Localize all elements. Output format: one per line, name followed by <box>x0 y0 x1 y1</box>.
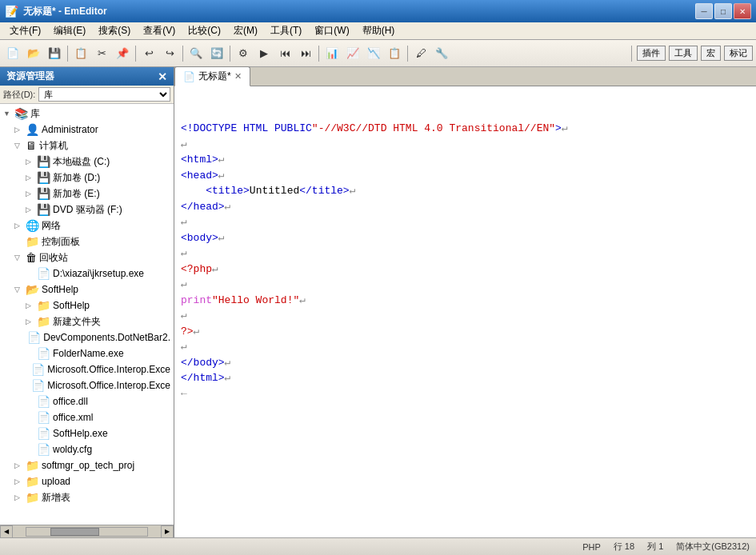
tree-item-label: 控制面板 <box>42 234 80 249</box>
active-tab[interactable]: 📄 无标题* ✕ <box>174 66 250 86</box>
tree-item[interactable]: 📄woldy.cfg <box>0 441 174 457</box>
undo-button[interactable]: ↩ <box>139 44 158 63</box>
path-select[interactable]: 库 <box>38 87 170 102</box>
tool8-button[interactable]: 📋 <box>385 44 404 63</box>
tree-item[interactable]: ▼📚库 <box>0 106 174 122</box>
toolbar-right: 插件 工具 宏 标记 <box>630 46 753 62</box>
editor-area: 📄 无标题* ✕ <!DOCTYPE HTML PUBLIC "-//W3C//… <box>174 67 756 537</box>
tree-item[interactable]: 📄DevComponents.DotNetBar2. <box>0 329 174 345</box>
app-icon: 📝 <box>5 5 18 18</box>
code-line: ← <box>181 386 750 402</box>
menu-macro[interactable]: 宏(M) <box>227 22 264 39</box>
tree-item[interactable]: 📄D:\xiazai\jkrsetup.exe <box>0 266 174 281</box>
separator-2 <box>135 46 136 62</box>
tools-label[interactable]: 工具 <box>669 46 698 61</box>
tree-item[interactable]: ▽📂SoftHelp <box>0 281 174 297</box>
tree-item[interactable]: 📄SoftHelp.exe <box>0 425 174 441</box>
tool7-button[interactable]: 📉 <box>364 44 383 63</box>
find-button[interactable]: 🔍 <box>186 44 206 63</box>
tree-item[interactable]: ▷🌐网络 <box>0 218 174 234</box>
paste-button[interactable]: 📌 <box>113 44 132 63</box>
tree-item-label: 本地磁盘 (C:) <box>53 154 110 169</box>
tree-toggle-icon: ▷ <box>14 490 26 505</box>
tool3-button[interactable]: ⏮ <box>275 44 294 63</box>
sidebar-close-button[interactable]: ✕ <box>158 70 167 83</box>
tree-item-label: 新加卷 (D:) <box>53 170 100 185</box>
tree-item-icon: 🖥 <box>26 138 37 153</box>
tree-item-label: SoftHelp.exe <box>53 426 108 441</box>
tree-item[interactable]: ▷📁softmgr_op_tech_proj <box>0 457 174 473</box>
tree-item[interactable]: 📄Microsoft.Office.Interop.Exce <box>0 361 174 377</box>
menu-file[interactable]: 文件(F) <box>3 22 47 39</box>
new-button[interactable]: 📄 <box>3 44 22 63</box>
tree-item[interactable]: ▽🖥计算机 <box>0 138 174 154</box>
open-button[interactable]: 📂 <box>24 44 43 63</box>
code-line: <?php↵ <box>181 262 750 278</box>
redo-button[interactable]: ↪ <box>160 44 179 63</box>
tree-item-icon: 📄 <box>31 362 45 377</box>
tree-item[interactable]: 📄office.dll <box>0 393 174 409</box>
tree-item[interactable]: ▷💾本地磁盘 (C:) <box>0 154 174 170</box>
save-button[interactable]: 💾 <box>45 44 64 63</box>
tree-item[interactable]: ▷💾新加卷 (D:) <box>0 170 174 186</box>
mark-label[interactable]: 标记 <box>724 46 753 61</box>
tree-item[interactable]: 📁控制面板 <box>0 234 174 250</box>
tool4-button[interactable]: ⏭ <box>296 44 315 63</box>
scroll-left-button[interactable]: ◀ <box>0 525 13 538</box>
code-line: </html>↵ <box>181 370 750 386</box>
tree-toggle-icon: ▷ <box>26 202 37 217</box>
cut-button[interactable]: ✂ <box>92 44 111 63</box>
tree-item[interactable]: ▷📁新建文件夹 <box>0 313 174 329</box>
code-line: <html>↵ <box>181 152 750 168</box>
tree-item[interactable]: 📄FolderName.exe <box>0 345 174 361</box>
menu-view[interactable]: 查看(V) <box>137 22 182 39</box>
close-button[interactable]: ✕ <box>734 3 751 19</box>
tree-item-icon: 📁 <box>26 474 39 489</box>
tool9-button[interactable]: 🖊 <box>411 44 430 63</box>
tree-item[interactable]: ▷👤Administrator <box>0 122 174 138</box>
menu-tools[interactable]: 工具(T) <box>264 22 308 39</box>
scroll-thumb[interactable] <box>50 528 98 536</box>
tree-item[interactable]: ▽🗑回收站 <box>0 250 174 266</box>
tree-item-icon: 💾 <box>37 154 50 169</box>
tree-item-label: 新增表 <box>42 490 70 505</box>
plugin-label[interactable]: 插件 <box>637 46 666 61</box>
tree-item[interactable]: ▷📁SoftHelp <box>0 297 174 313</box>
tree-item[interactable]: 📄office.xml <box>0 409 174 425</box>
tree-item[interactable]: ▷📁新增表 <box>0 489 174 505</box>
tree-toggle-icon: ▷ <box>14 474 26 489</box>
menu-help[interactable]: 帮助(H) <box>356 22 402 39</box>
tool10-button[interactable]: 🔧 <box>432 44 451 63</box>
tree-toggle-icon: ▷ <box>26 170 37 185</box>
tree-item-label: SoftHelp <box>53 298 90 313</box>
separator-1 <box>67 46 68 62</box>
tree-item-icon: 📄 <box>27 330 41 345</box>
tree-item-label: 回收站 <box>39 250 68 265</box>
tree-item-icon: 🗑 <box>26 250 37 265</box>
code-line: print "Hello World!"↵ <box>181 293 750 309</box>
tool5-button[interactable]: 📊 <box>322 44 342 63</box>
tree-item[interactable]: ▷💾新加卷 (E:) <box>0 186 174 202</box>
code-editor[interactable]: <!DOCTYPE HTML PUBLIC "-//W3C//DTD HTML … <box>174 86 756 537</box>
find-replace-button[interactable]: 🔄 <box>207 44 226 63</box>
scroll-right-button[interactable]: ▶ <box>161 525 174 538</box>
tool1-button[interactable]: ⚙ <box>234 44 253 63</box>
tree-item[interactable]: 📄Microsoft.Office.Interop.Exce <box>0 377 174 393</box>
copy-button[interactable]: 📋 <box>71 44 90 63</box>
tree-item-icon: 📄 <box>37 410 50 425</box>
minimize-button[interactable]: ─ <box>695 3 713 19</box>
tree-item[interactable]: ▷📁upload <box>0 473 174 489</box>
macro-label[interactable]: 宏 <box>701 46 721 61</box>
menu-window[interactable]: 窗口(W) <box>308 22 355 39</box>
tree-item[interactable]: ▷💾DVD 驱动器 (F:) <box>0 202 174 218</box>
sidebar-tree: ▼📚库▷👤Administrator▽🖥计算机▷💾本地磁盘 (C:)▷💾新加卷 … <box>0 104 174 525</box>
tree-item-icon: 📁 <box>26 234 39 249</box>
menu-compare[interactable]: 比较(C) <box>182 22 227 39</box>
tool6-button[interactable]: 📈 <box>343 44 362 63</box>
tool2-button[interactable]: ▶ <box>254 44 274 63</box>
tab-close-button[interactable]: ✕ <box>234 71 242 82</box>
menu-edit[interactable]: 编辑(E) <box>47 22 92 39</box>
menu-search[interactable]: 搜索(S) <box>92 22 137 39</box>
maximize-button[interactable]: □ <box>714 3 732 19</box>
tree-item-label: DVD 驱动器 (F:) <box>53 202 122 217</box>
